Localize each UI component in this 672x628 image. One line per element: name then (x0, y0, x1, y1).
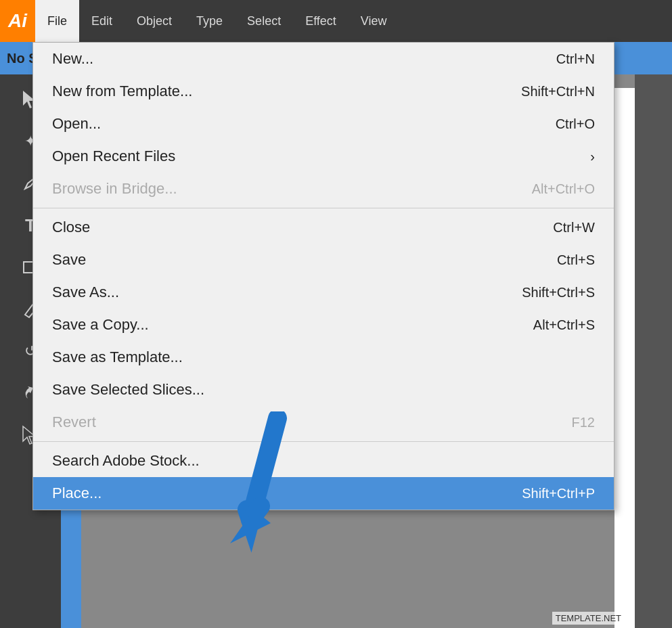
menu-item-save-template[interactable]: Save as Template... (33, 341, 614, 374)
menu-type[interactable]: Type (184, 0, 235, 42)
menu-effect[interactable]: Effect (293, 0, 349, 42)
menu-item-browse-bridge[interactable]: Browse in Bridge... Alt+Ctrl+O (33, 173, 614, 205)
menu-item-open[interactable]: Open... Ctrl+O (33, 108, 614, 140)
menu-item-save[interactable]: Save Ctrl+S (33, 244, 614, 276)
watermark: TEMPLATE.NET (552, 612, 625, 625)
divider-1 (33, 208, 614, 208)
menubar: Ai File Edit Object Type Select Effect V… (0, 0, 672, 42)
menu-item-revert[interactable]: Revert F12 (33, 406, 614, 439)
menu-item-adobe-stock[interactable]: Search Adobe Stock... (33, 445, 614, 477)
menu-item-new[interactable]: New... Ctrl+N (33, 43, 614, 75)
menu-item-close[interactable]: Close Ctrl+W (33, 211, 614, 244)
submenu-arrow: › (590, 149, 595, 164)
white-canvas (614, 88, 635, 628)
menu-item-new-from-template[interactable]: New from Template... Shift+Ctrl+N (33, 75, 614, 108)
menu-item-open-recent[interactable]: Open Recent Files › (33, 140, 614, 173)
right-panel (635, 42, 672, 628)
menu-item-save-slices[interactable]: Save Selected Slices... (33, 374, 614, 406)
menu-item-save-as[interactable]: Save As... Shift+Ctrl+S (33, 276, 614, 309)
divider-2 (33, 441, 614, 442)
menu-items: File Edit Object Type Select Effect View (35, 0, 672, 42)
file-dropdown-menu: New... Ctrl+N New from Template... Shift… (32, 42, 614, 510)
menu-view[interactable]: View (349, 0, 399, 42)
menu-file[interactable]: File (35, 0, 79, 42)
menu-item-save-copy[interactable]: Save a Copy... Alt+Ctrl+S (33, 309, 614, 341)
menu-select[interactable]: Select (235, 0, 293, 42)
ai-logo: Ai (0, 0, 35, 42)
menu-object[interactable]: Object (125, 0, 184, 42)
menu-item-place[interactable]: Place... Shift+Ctrl+P (33, 477, 614, 510)
menu-edit[interactable]: Edit (79, 0, 125, 42)
